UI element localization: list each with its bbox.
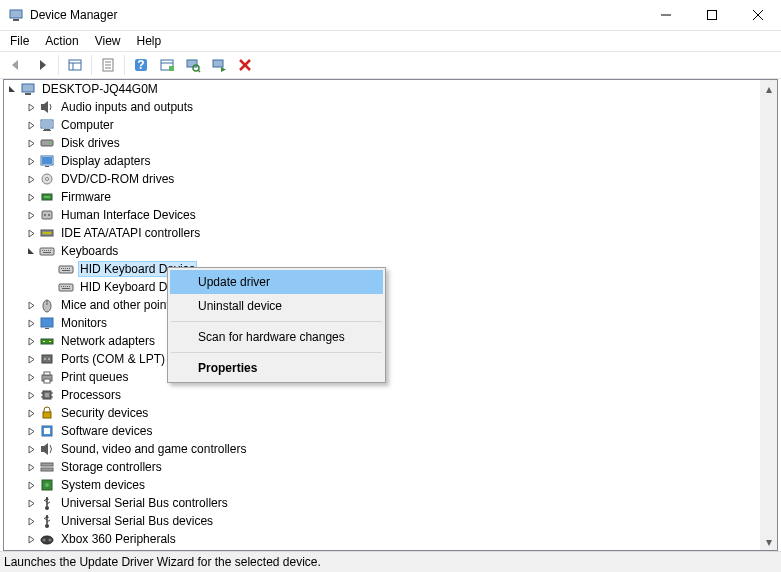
expand-icon[interactable]: [23, 296, 39, 314]
expand-icon[interactable]: [23, 494, 39, 512]
device-tree-category[interactable]: Human Interface Devices: [4, 206, 760, 224]
device-tree-category[interactable]: Software devices: [4, 422, 760, 440]
context-menu-item[interactable]: Update driver: [170, 270, 383, 294]
uninstall-device-button[interactable]: [233, 53, 257, 77]
help-button[interactable]: ?: [129, 53, 153, 77]
expand-icon[interactable]: [23, 476, 39, 494]
maximize-button[interactable]: [689, 0, 735, 31]
expand-icon[interactable]: [23, 350, 39, 368]
device-tree-category[interactable]: Security devices: [4, 404, 760, 422]
context-menu-item[interactable]: Properties: [170, 356, 383, 380]
toolbar-separator: [58, 55, 59, 75]
tree-node-label: Human Interface Devices: [59, 208, 198, 222]
expand-icon[interactable]: [23, 134, 39, 152]
update-driver-button[interactable]: [155, 53, 179, 77]
close-button[interactable]: [735, 0, 781, 31]
device-tree-category[interactable]: Universal Serial Bus controllers: [4, 494, 760, 512]
i-keyboard-icon: [58, 261, 74, 277]
expand-icon[interactable]: [23, 188, 39, 206]
i-audio-icon: [39, 99, 55, 115]
i-ports-icon: [39, 351, 55, 367]
menu-action[interactable]: Action: [37, 32, 86, 50]
device-tree-category[interactable]: Firmware: [4, 188, 760, 206]
expand-icon[interactable]: [23, 530, 39, 548]
device-tree-category[interactable]: DESKTOP-JQ44G0M: [4, 80, 760, 98]
app-icon: [8, 7, 24, 23]
expand-icon[interactable]: [23, 422, 39, 440]
tree-node-label: Processors: [59, 388, 123, 402]
device-tree-category[interactable]: Universal Serial Bus devices: [4, 512, 760, 530]
expand-icon[interactable]: [23, 170, 39, 188]
toolbar: ?: [0, 51, 781, 79]
expand-icon[interactable]: [23, 152, 39, 170]
device-tree-category[interactable]: IDE ATA/ATAPI controllers: [4, 224, 760, 242]
device-tree-category[interactable]: Computer: [4, 116, 760, 134]
device-tree-category[interactable]: System devices: [4, 476, 760, 494]
expand-icon[interactable]: [23, 314, 39, 332]
tree-node-label: Firmware: [59, 190, 113, 204]
collapse-icon[interactable]: [4, 80, 20, 98]
expand-icon[interactable]: [23, 98, 39, 116]
tree-node-label: Universal Serial Bus devices: [59, 514, 215, 528]
menu-help[interactable]: Help: [129, 32, 170, 50]
device-tree-category[interactable]: Audio inputs and outputs: [4, 98, 760, 116]
context-menu-item[interactable]: Scan for hardware changes: [170, 325, 383, 349]
svg-rect-78: [187, 60, 197, 67]
window-title: Device Manager: [30, 8, 643, 22]
i-network-icon: [39, 333, 55, 349]
collapse-icon[interactable]: [23, 242, 39, 260]
device-tree-category[interactable]: Keyboards: [4, 242, 760, 260]
i-ide-icon: [39, 225, 55, 241]
minimize-button[interactable]: [643, 0, 689, 31]
expand-icon[interactable]: [23, 386, 39, 404]
svg-rect-66: [69, 60, 81, 70]
tree-node-label: Audio inputs and outputs: [59, 100, 195, 114]
expand-icon[interactable]: [23, 458, 39, 476]
menu-file[interactable]: File: [2, 32, 37, 50]
device-tree-category[interactable]: Processors: [4, 386, 760, 404]
expand-icon[interactable]: [23, 224, 39, 242]
expand-icon[interactable]: [23, 404, 39, 422]
device-tree-category[interactable]: Sound, video and game controllers: [4, 440, 760, 458]
context-menu-item[interactable]: Uninstall device: [170, 294, 383, 318]
expand-icon[interactable]: [23, 368, 39, 386]
scroll-down-arrow[interactable]: ▾: [760, 533, 777, 550]
show-hidden-button[interactable]: [63, 53, 87, 77]
tree-node-label: Ports (COM & LPT): [59, 352, 167, 366]
device-tree-category[interactable]: Xbox 360 Peripherals: [4, 530, 760, 548]
i-security-icon: [39, 405, 55, 421]
expand-icon[interactable]: [23, 512, 39, 530]
device-tree-category[interactable]: Storage controllers: [4, 458, 760, 476]
device-tree-category[interactable]: Display adapters: [4, 152, 760, 170]
context-menu: Update driverUninstall deviceScan for ha…: [167, 267, 386, 383]
forward-button[interactable]: [30, 53, 54, 77]
i-usb-icon: [39, 513, 55, 529]
i-keyboard-icon: [39, 243, 55, 259]
i-software-icon: [39, 423, 55, 439]
device-tree-category[interactable]: DVD/CD-ROM drives: [4, 170, 760, 188]
statusbar: Launches the Update Driver Wizard for th…: [0, 551, 781, 572]
scan-hardware-button[interactable]: [181, 53, 205, 77]
i-hid-icon: [39, 207, 55, 223]
tree-node-label: IDE ATA/ATAPI controllers: [59, 226, 202, 240]
scroll-up-arrow[interactable]: ▴: [760, 80, 777, 97]
expand-icon[interactable]: [23, 206, 39, 224]
i-monitor-icon: [39, 315, 55, 331]
back-button[interactable]: [4, 53, 28, 77]
tree-node-label: Keyboards: [59, 244, 120, 258]
tree-node-label: Sound, video and game controllers: [59, 442, 248, 456]
expand-icon[interactable]: [23, 440, 39, 458]
titlebar: Device Manager: [0, 0, 781, 31]
tree-node-label: Security devices: [59, 406, 150, 420]
context-menu-separator: [171, 352, 382, 353]
expand-icon[interactable]: [23, 116, 39, 134]
tree-node-label: Computer: [59, 118, 116, 132]
menu-view[interactable]: View: [87, 32, 129, 50]
enable-device-button[interactable]: [207, 53, 231, 77]
tree-node-label: Network adapters: [59, 334, 157, 348]
properties-button[interactable]: [96, 53, 120, 77]
i-storage-icon: [39, 459, 55, 475]
device-tree-category[interactable]: Disk drives: [4, 134, 760, 152]
expand-icon[interactable]: [23, 332, 39, 350]
vertical-scrollbar[interactable]: ▴ ▾: [760, 80, 777, 550]
